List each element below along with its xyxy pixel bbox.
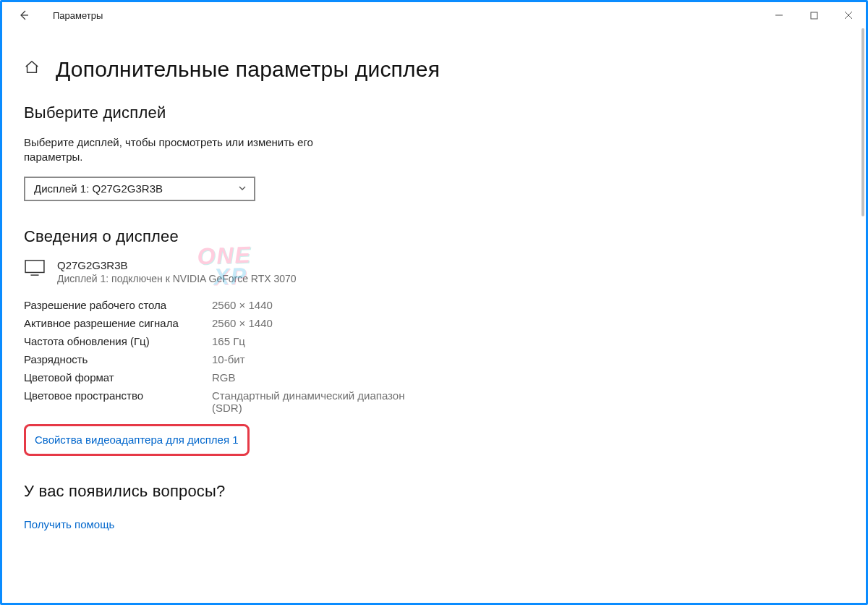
info-label: Разрядность	[24, 353, 212, 365]
svg-rect-2	[811, 12, 817, 19]
info-value: 2560 × 1440	[212, 299, 429, 311]
close-icon	[844, 11, 853, 20]
display-info-heading: Сведения о дисплее	[24, 227, 844, 246]
display-name: Q27G2G3R3B	[57, 259, 297, 271]
get-help-link[interactable]: Получить помощь	[24, 518, 114, 530]
maximize-icon	[810, 12, 818, 20]
display-subtitle: Дисплей 1: подключен к NVIDIA GeForce RT…	[57, 273, 297, 284]
help-heading: У вас появились вопросы?	[24, 482, 844, 501]
page-header: Дополнительные параметры дисплея	[24, 57, 844, 82]
select-display-heading: Выберите дисплей	[24, 103, 844, 122]
page-title: Дополнительные параметры дисплея	[56, 57, 440, 82]
chevron-down-icon	[238, 182, 247, 195]
back-button[interactable]	[12, 4, 35, 27]
display-select-value: Дисплей 1: Q27G2G3R3B	[34, 182, 163, 195]
display-info-section: Сведения о дисплее Q27G2G3R3B Дисплей 1:…	[24, 227, 844, 456]
info-label: Частота обновления (Гц)	[24, 335, 212, 347]
info-label: Активное разрешение сигнала	[24, 317, 212, 329]
info-label: Цветовой формат	[24, 371, 212, 384]
display-select[interactable]: Дисплей 1: Q27G2G3R3B	[24, 177, 255, 201]
info-value: Стандартный динамический диапазон (SDR)	[212, 389, 429, 414]
close-button[interactable]	[831, 4, 866, 27]
help-section: У вас появились вопросы? Получить помощь	[24, 482, 844, 531]
window-title: Параметры	[35, 10, 103, 21]
minimize-icon	[775, 11, 783, 20]
titlebar: Параметры	[2, 2, 866, 28]
select-display-description: Выберите дисплей, чтобы просмотреть или …	[24, 135, 349, 165]
arrow-left-icon	[18, 9, 30, 21]
window-controls	[762, 4, 866, 27]
maximize-button[interactable]	[796, 4, 831, 27]
display-identity: Q27G2G3R3B Дисплей 1: подключен к NVIDIA…	[24, 259, 844, 284]
scrollbar[interactable]	[857, 28, 866, 603]
scrollbar-thumb[interactable]	[861, 28, 864, 216]
home-icon[interactable]	[24, 59, 40, 80]
info-value: 165 Гц	[212, 335, 429, 347]
minimize-button[interactable]	[762, 4, 796, 27]
adapter-properties-link[interactable]: Свойства видеоадаптера для дисплея 1	[35, 433, 239, 446]
monitor-icon	[24, 259, 46, 279]
adapter-link-highlight: Свойства видеоадаптера для дисплея 1	[24, 424, 250, 456]
home-icon-svg	[24, 59, 40, 75]
content-area: ONE XP Дополнительные параметры дисплея …	[2, 28, 866, 603]
info-table: Разрешение рабочего стола2560 × 1440Акти…	[24, 299, 844, 414]
info-label: Цветовое пространство	[24, 389, 212, 414]
info-value: 10-бит	[212, 353, 429, 365]
svg-rect-5	[25, 260, 44, 272]
info-value: RGB	[212, 371, 429, 384]
info-label: Разрешение рабочего стола	[24, 299, 212, 311]
info-value: 2560 × 1440	[212, 317, 429, 329]
select-display-section: Выберите дисплей Выберите дисплей, чтобы…	[24, 103, 844, 201]
